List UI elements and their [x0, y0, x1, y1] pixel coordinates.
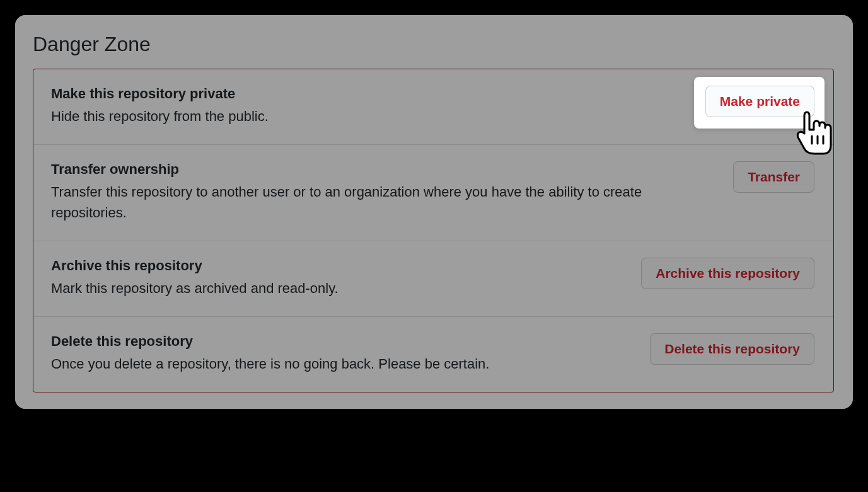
row-description: Hide this repository from the public.	[51, 106, 693, 127]
row-title: Archive this repository	[51, 258, 628, 274]
button-highlight-wrapper: Make private	[705, 86, 814, 117]
row-text: Make this repository private Hide this r…	[51, 86, 705, 127]
danger-row-make-private: Make this repository private Hide this r…	[33, 69, 833, 145]
transfer-button[interactable]: Transfer	[733, 161, 814, 193]
row-text: Delete this repository Once you delete a…	[51, 333, 650, 374]
row-title: Delete this repository	[51, 333, 637, 350]
row-title: Make this repository private	[51, 86, 693, 102]
danger-row-delete: Delete this repository Once you delete a…	[33, 317, 833, 392]
danger-row-transfer: Transfer ownership Transfer this reposit…	[33, 145, 833, 241]
make-private-button[interactable]: Make private	[705, 86, 814, 117]
row-title: Transfer ownership	[51, 161, 720, 178]
danger-zone-heading: Danger Zone	[33, 33, 853, 56]
danger-zone-box: Make this repository private Hide this r…	[33, 69, 834, 392]
row-description: Mark this repository as archived and rea…	[51, 278, 628, 299]
danger-zone-panel: Danger Zone Make this repository private…	[15, 15, 853, 409]
archive-button[interactable]: Archive this repository	[641, 258, 814, 289]
row-description: Transfer this repository to another user…	[51, 181, 720, 223]
danger-row-archive: Archive this repository Mark this reposi…	[33, 241, 833, 317]
row-text: Transfer ownership Transfer this reposit…	[51, 161, 733, 223]
row-text: Archive this repository Mark this reposi…	[51, 258, 641, 299]
delete-button[interactable]: Delete this repository	[650, 333, 814, 365]
row-description: Once you delete a repository, there is n…	[51, 353, 637, 374]
